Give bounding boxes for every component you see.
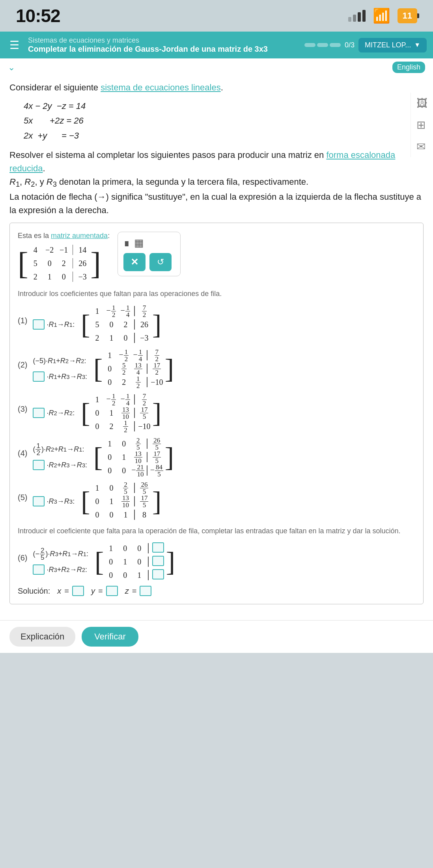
description: Resolver el sistema al completar los sig… xyxy=(9,148,424,217)
status-icons: 📶 11 xyxy=(348,7,417,24)
aug-section: Esta es la matriz aumentada: [ 4 −2 −1 1… xyxy=(18,232,415,283)
reduced-echelon-link[interactable]: forma escalonada reducida xyxy=(9,150,395,173)
grid-icon[interactable]: ⊞ xyxy=(416,118,427,131)
nav-right: 0/3 MITZEL LOP... ▼ xyxy=(304,38,427,52)
calc-undo-button[interactable]: ↺ xyxy=(149,253,172,271)
solution-z: z = xyxy=(125,586,152,596)
solution-label: Solución: xyxy=(18,587,50,596)
matrix-icon[interactable]: ▦ xyxy=(134,237,144,249)
step2-input[interactable] xyxy=(33,371,45,382)
step6-r3-val[interactable] xyxy=(152,569,164,579)
equation-block: 4x − 2y −z = 14 5x +2z = 26 2x +y = −3 xyxy=(24,99,424,143)
sidebar-icons: 🖼 ⊞ ✉ xyxy=(411,93,433,157)
equation-2: 5x +2z = 26 xyxy=(24,113,424,128)
step3-input[interactable] xyxy=(33,408,45,418)
step3-matrix: [ 1 −12 −14 72 0 1 1310 xyxy=(81,393,161,433)
signal-icon xyxy=(348,10,366,22)
solution-y-input[interactable] xyxy=(106,586,118,596)
chevron-down-icon: ▼ xyxy=(414,41,420,49)
solution-row: Solución: x = y = z = xyxy=(18,586,415,596)
nav-title: Completar la eliminación de Gauss-Jordan… xyxy=(28,45,299,54)
status-bar: 10:52 📶 11 xyxy=(0,0,433,32)
calc-x-button[interactable]: ✕ xyxy=(123,253,146,271)
hamburger-menu-icon[interactable]: ☰ xyxy=(6,36,22,55)
explanation-button[interactable]: Explicación xyxy=(9,627,75,647)
status-time: 10:52 xyxy=(16,5,60,26)
step5-input[interactable] xyxy=(33,496,45,506)
solution-x: x = xyxy=(57,586,84,596)
step6-input[interactable] xyxy=(33,564,45,575)
progress-dots xyxy=(304,43,341,47)
mail-icon[interactable]: ✉ xyxy=(416,140,427,153)
user-menu-button[interactable]: MITZEL LOP... ▼ xyxy=(358,38,427,52)
nav-subtitle: Sistemas de ecuaciones y matrices xyxy=(28,36,299,45)
augmented-matrix: [ 4 −2 −1 14 5 0 2 xyxy=(18,243,101,283)
step-6: (6) (−25)·R3 + R1 → R1 : ·R3 + R2 → R2 :… xyxy=(18,542,415,582)
step2-matrix: [ 1 −12 −14 72 0 52 134 xyxy=(93,349,174,389)
main-content: 🖼 ⊞ ✉ Considerar el siguiente sistema de… xyxy=(0,73,433,620)
step4-matrix: [ 1 0 25 265 0 1 1310 xyxy=(93,437,174,477)
system-of-equations-link[interactable]: sistema de ecuaciones lineales xyxy=(101,82,221,92)
solution-z-input[interactable] xyxy=(140,586,151,596)
step-3: (3) ·R2 → R2 : [ 1 −12 −14 xyxy=(18,393,415,433)
step-4: (4) (12)·R2 + R1 → R1 : ·R2 + R3 → R3 : … xyxy=(18,437,415,477)
equation-3: 2x +y = −3 xyxy=(24,128,424,143)
equation-1: 4x − 2y −z = 14 xyxy=(24,99,424,113)
fraction-icon[interactable]: ∎ xyxy=(123,237,130,249)
step5-matrix: [ 1 0 25 265 0 1 1310 xyxy=(81,481,161,521)
step1-matrix: [ 1 −12 −14 72 5 0 2 xyxy=(81,304,161,345)
step1-input[interactable] xyxy=(33,319,45,330)
step-5: (5) ·R3 → R3 : [ 1 0 25 xyxy=(18,481,415,521)
step6-r2-val[interactable] xyxy=(152,556,164,566)
step6-r1-val[interactable] xyxy=(152,542,164,553)
language-badge[interactable]: English xyxy=(392,62,425,73)
augmented-matrix-link[interactable]: matriz aumentada xyxy=(51,232,108,240)
step-hint: Introducir los coeficientes que faltan p… xyxy=(18,290,415,298)
solution-y: y = xyxy=(91,586,118,596)
progress-label: 0/3 xyxy=(345,41,355,49)
nav-titles: Sistemas de ecuaciones y matrices Comple… xyxy=(28,36,299,54)
problem-box: Esta es la matriz aumentada: [ 4 −2 −1 1… xyxy=(9,223,424,604)
intro-text: Considerar el siguiente sistema de ecuac… xyxy=(9,81,424,94)
step-2: (2) (−5)·R1 + R2 → R2 : ·R1 + R3 → R3 : … xyxy=(18,349,415,389)
calculator-widget[interactable]: ∎ ▦ ✕ ↺ xyxy=(118,232,181,276)
bottom-bar: Explicación Verificar xyxy=(0,620,433,653)
wifi-icon: 📶 xyxy=(373,7,390,24)
final-hint: Introducir el coeficiente que falta para… xyxy=(18,527,415,535)
solution-x-input[interactable] xyxy=(72,586,84,596)
step-1: (1) ·R1 → R1 : [ 1 −12 −14 xyxy=(18,304,415,345)
aug-matrix-label: Esta es la matriz aumentada: xyxy=(18,232,110,240)
step4-input[interactable] xyxy=(33,460,45,470)
image-icon[interactable]: 🖼 xyxy=(416,97,427,110)
step6-matrix: [ 1 0 0 0 1 0 xyxy=(95,542,175,582)
dropdown-arrow-icon[interactable]: ⌄ xyxy=(8,62,15,73)
nav-bar: ☰ Sistemas de ecuaciones y matrices Comp… xyxy=(0,32,433,58)
battery-icon: 11 xyxy=(398,8,417,23)
verify-button[interactable]: Verificar xyxy=(82,627,138,647)
